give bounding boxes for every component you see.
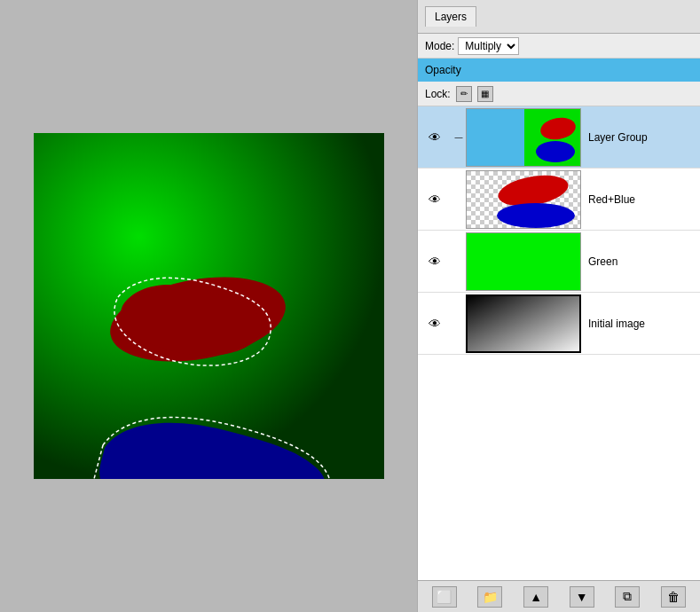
eye-redblue[interactable] bbox=[418, 192, 452, 207]
duplicate-button[interactable]: ⧉ bbox=[615, 586, 640, 608]
svg-point-10 bbox=[497, 203, 575, 228]
svg-point-4 bbox=[536, 141, 575, 162]
lock-brush-icon[interactable]: ✏ bbox=[456, 86, 472, 102]
layer-name-green: Green bbox=[581, 255, 700, 268]
chain-group[interactable]: — bbox=[452, 133, 466, 142]
new-layer-button[interactable]: ⬜ bbox=[432, 586, 457, 608]
layer-thumb-redblue bbox=[466, 170, 581, 229]
lock-label: Lock: bbox=[425, 88, 451, 100]
tab-layers[interactable]: Layers bbox=[425, 6, 476, 27]
layer-thumb-group bbox=[466, 108, 581, 167]
layers-list: — Layer Group bbox=[418, 106, 700, 580]
eye-icon-redblue bbox=[429, 192, 441, 207]
move-down-button[interactable]: ▼ bbox=[570, 586, 594, 608]
layer-name-redblue: Red+Blue bbox=[581, 193, 700, 206]
eye-green[interactable] bbox=[418, 255, 452, 269]
layer-item-redblue[interactable]: Red+Blue bbox=[418, 169, 700, 231]
eye-group[interactable] bbox=[418, 130, 452, 145]
canvas-area: .selection-dash { stroke-dasharray: 4,3;… bbox=[0, 0, 417, 612]
mode-select[interactable]: Multiply bbox=[458, 37, 519, 55]
right-panel: Layers Mode: Multiply Opacity Lock: ✏ ▦ … bbox=[417, 0, 700, 612]
opacity-label: Opacity bbox=[425, 64, 461, 76]
layer-item-initial[interactable]: Initial image bbox=[418, 293, 700, 355]
layer-thumb-initial bbox=[466, 294, 581, 353]
canvas[interactable]: .selection-dash { stroke-dasharray: 4,3;… bbox=[34, 133, 384, 479]
eye-initial[interactable] bbox=[418, 317, 452, 331]
open-folder-button[interactable]: 📁 bbox=[477, 586, 502, 608]
delete-button[interactable]: 🗑 bbox=[661, 586, 686, 608]
layer-item-group[interactable]: — Layer Group bbox=[418, 106, 700, 169]
mode-label: Mode: bbox=[425, 40, 454, 52]
eye-icon-initial bbox=[429, 317, 441, 331]
svg-rect-11 bbox=[468, 296, 581, 353]
lock-grid-icon[interactable]: ▦ bbox=[477, 86, 493, 102]
lock-row: Lock: ✏ ▦ bbox=[418, 82, 700, 106]
layer-name-group: Layer Group bbox=[581, 131, 700, 144]
eye-icon-green bbox=[429, 255, 441, 269]
layer-name-initial: Initial image bbox=[581, 318, 700, 330]
layer-thumb-green bbox=[466, 232, 581, 291]
opacity-row[interactable]: Opacity bbox=[418, 59, 700, 82]
layer-item-green[interactable]: Green bbox=[418, 231, 700, 293]
panel-header: Layers bbox=[418, 0, 700, 34]
panel-footer: ⬜ 📁 ▲ ▼ ⧉ 🗑 bbox=[418, 580, 700, 612]
eye-icon-group bbox=[429, 130, 441, 145]
move-up-button[interactable]: ▲ bbox=[523, 586, 548, 608]
mode-row: Mode: Multiply bbox=[418, 34, 700, 59]
